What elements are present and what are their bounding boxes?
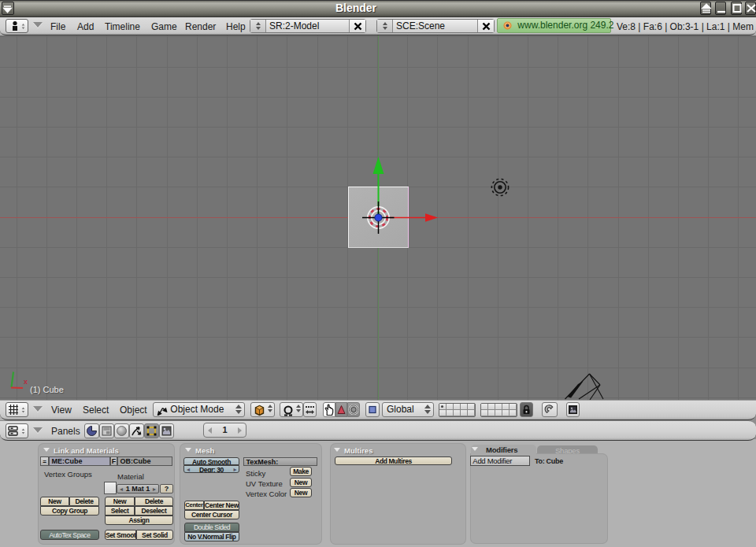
svg-text:x: x [24, 378, 28, 386]
